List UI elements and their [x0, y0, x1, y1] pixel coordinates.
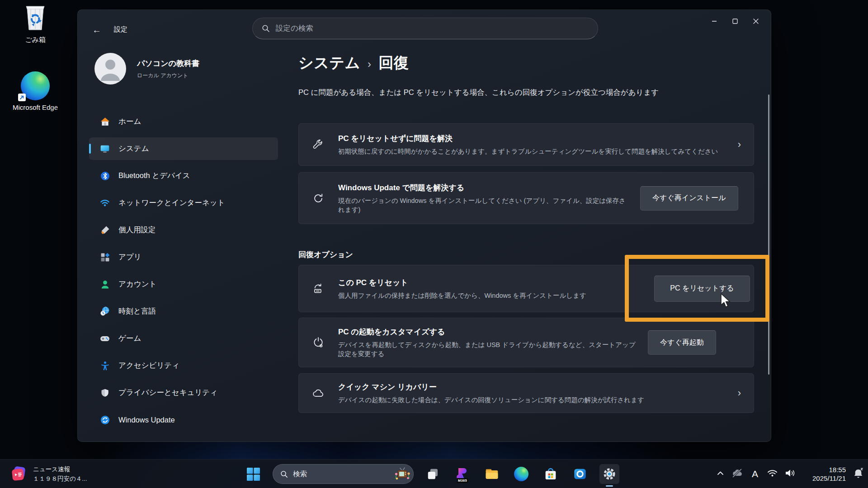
settings-window: ← 設定 設定の検索 パソコンの教科書 ローカル アカウント — [77, 9, 771, 442]
back-button[interactable]: ← — [88, 22, 106, 38]
ime-mode-indicator[interactable]: A — [750, 469, 760, 479]
card-advanced-startup: PC の起動をカスタマイズする デバイスを再起動してディスクから起動、または U… — [298, 318, 754, 367]
start-button[interactable] — [243, 464, 263, 484]
desktop-icon-recycle-bin[interactable]: ごみ箱 — [12, 5, 59, 44]
wifi-icon — [100, 198, 110, 208]
scrollbar[interactable] — [768, 94, 769, 375]
card-reset-this-pc: この PC をリセット 個人用ファイルの保持または削除を選んでから、Window… — [298, 265, 754, 312]
avatar — [94, 53, 126, 84]
sidebar-item-label: システム — [118, 144, 149, 154]
card-description: 個人用ファイルの保持または削除を選んでから、Windows を再インストールしま… — [338, 291, 645, 300]
breadcrumb-parent[interactable]: システム — [298, 53, 360, 73]
outlook-icon — [573, 467, 587, 481]
sidebar-item-label: ネットワークとインターネット — [118, 198, 225, 208]
close-icon — [753, 18, 759, 24]
sidebar-item-system[interactable]: システム — [89, 137, 278, 160]
notification-bell-button[interactable] — [852, 467, 864, 481]
settings-search-placeholder: 設定の検索 — [276, 23, 313, 33]
windows-update-icon — [100, 415, 110, 425]
minimize-icon — [711, 18, 717, 24]
maximize-button[interactable] — [725, 14, 745, 29]
sidebar-item-privacy-security[interactable]: プライバシーとセキュリティ — [89, 381, 278, 404]
shield-icon — [100, 388, 110, 398]
sidebar-item-bluetooth-devices[interactable]: Bluetooth とデバイス — [89, 164, 278, 187]
sidebar-item-accessibility[interactable]: アクセシビリティ — [89, 354, 278, 377]
recycle-bin-label: ごみ箱 — [25, 36, 46, 44]
card-title: クイック マシン リカバリー — [338, 382, 738, 392]
widget-headline: ニュース速報 — [33, 465, 87, 474]
restart-now-button[interactable]: 今すぐ再起動 — [648, 330, 716, 355]
system-tray: A 18:55 2025/11/21 — [716, 460, 864, 488]
sidebar-item-network-internet[interactable]: ネットワークとインターネット — [89, 192, 278, 214]
sidebar-item-label: Windows Update — [118, 416, 175, 424]
microsoft-store-button[interactable] — [541, 464, 561, 484]
chevron-right-icon: › — [738, 139, 741, 150]
card-quick-machine-recovery[interactable]: クイック マシン リカバリー デバイスの起動に失敗した場合は、デバイスの回復ソリ… — [298, 373, 754, 413]
chevron-up-icon — [716, 469, 725, 477]
sidebar-item-gaming[interactable]: ゲーム — [89, 327, 278, 350]
clock[interactable]: 18:55 2025/11/21 — [802, 465, 846, 483]
tray-time: 18:55 — [802, 465, 846, 474]
sidebar-item-accounts[interactable]: アカウント — [89, 273, 278, 296]
section-title-recovery-options: 回復オプション — [298, 249, 760, 259]
sidebar-item-home[interactable]: ホーム — [89, 110, 278, 133]
system-icon — [100, 144, 110, 154]
card-description: 初期状態に戻すのに時間がかかることがあります。まずトラブルシューティングツールを… — [338, 147, 738, 156]
wifi-tray-button[interactable] — [767, 469, 778, 479]
sidebar-item-apps[interactable]: アプリ — [89, 246, 278, 268]
task-view-icon — [426, 467, 440, 481]
sidebar-item-label: ゲーム — [118, 333, 141, 343]
sidebar-item-label: プライバシーとセキュリティ — [118, 388, 217, 398]
edge-taskbar-button[interactable] — [511, 464, 531, 484]
main-content: システム › 回復 PC に問題がある場合、または PC をリセットする場合、こ… — [298, 53, 760, 413]
settings-taskbar-button[interactable] — [599, 464, 619, 484]
m365-copilot-button[interactable]: M365 — [453, 464, 472, 484]
sidebar-item-windows-update[interactable]: Windows Update — [89, 408, 278, 431]
wifi-icon — [767, 469, 778, 478]
time-language-icon — [100, 306, 110, 316]
gamepad-icon — [100, 333, 110, 343]
widget-subline: １１９８円安の４... — [33, 475, 87, 483]
card-title: PC の起動をカスタマイズする — [338, 327, 639, 337]
task-view-button[interactable] — [423, 464, 443, 484]
sidebar-item-label: 時刻と言語 — [118, 306, 156, 316]
sidebar-item-personalization[interactable]: 個人用設定 — [89, 219, 278, 241]
reset-pc-icon — [312, 283, 324, 295]
taskbar: ニュース速報 １１９８円安の４... 検索 — [0, 459, 868, 488]
onedrive-paused-button[interactable] — [731, 468, 743, 480]
card-title: PC をリセットせずに問題を解決 — [338, 133, 738, 144]
card-troubleshoot[interactable]: PC をリセットせずに問題を解決 初期状態に戻すのに時間がかかることがあります。… — [298, 123, 754, 166]
breadcrumb-separator-icon: › — [368, 56, 372, 70]
news-widget-icon — [10, 465, 27, 483]
reinstall-now-button[interactable]: 今すぐ再インストール — [640, 186, 738, 211]
recycle-bin-icon — [23, 5, 48, 33]
accounts-icon — [100, 279, 110, 289]
reset-pc-button[interactable]: PC をリセットする — [654, 276, 750, 302]
file-explorer-button[interactable] — [482, 464, 502, 484]
person-icon — [94, 53, 126, 84]
outlook-button[interactable] — [570, 464, 590, 484]
accessibility-icon — [100, 361, 110, 371]
speaker-icon — [784, 468, 796, 478]
account-card[interactable]: パソコンの教科書 ローカル アカウント — [94, 53, 199, 84]
minimize-button[interactable] — [704, 14, 725, 29]
sync-icon — [312, 192, 324, 204]
settings-search-input[interactable]: 設定の検索 — [252, 18, 598, 39]
taskbar-search-input[interactable]: 検索 — [273, 464, 414, 484]
taskbar-search-placeholder: 検索 — [293, 469, 307, 479]
card-title: Windows Update で問題を解決する — [338, 183, 631, 193]
sidebar: ホーム システム Bluetooth とデバイス ネットワークとインターネット — [89, 110, 278, 436]
volume-tray-button[interactable] — [784, 468, 796, 480]
card-title: この PC をリセット — [338, 277, 645, 288]
sidebar-item-time-language[interactable]: 時刻と言語 — [89, 300, 278, 323]
widgets-button[interactable]: ニュース速報 １１９８円安の４... — [5, 463, 92, 485]
card-description: 現在のバージョンの Windows を再インストールしてください (アプリ、ファ… — [338, 196, 631, 214]
close-button[interactable] — [745, 14, 766, 29]
maximize-icon — [732, 18, 738, 24]
card-fix-with-windows-update: Windows Update で問題を解決する 現在のバージョンの Window… — [298, 172, 754, 224]
tray-chevron-up-button[interactable] — [716, 469, 725, 479]
edge-icon — [514, 467, 528, 481]
desktop-icon-edge[interactable]: Microsoft Edge — [12, 71, 59, 111]
sidebar-item-label: Bluetooth とデバイス — [118, 171, 190, 181]
card-description: デバイスを再起動してディスクから起動、または USB ドライブから起動するなど、… — [338, 340, 639, 358]
